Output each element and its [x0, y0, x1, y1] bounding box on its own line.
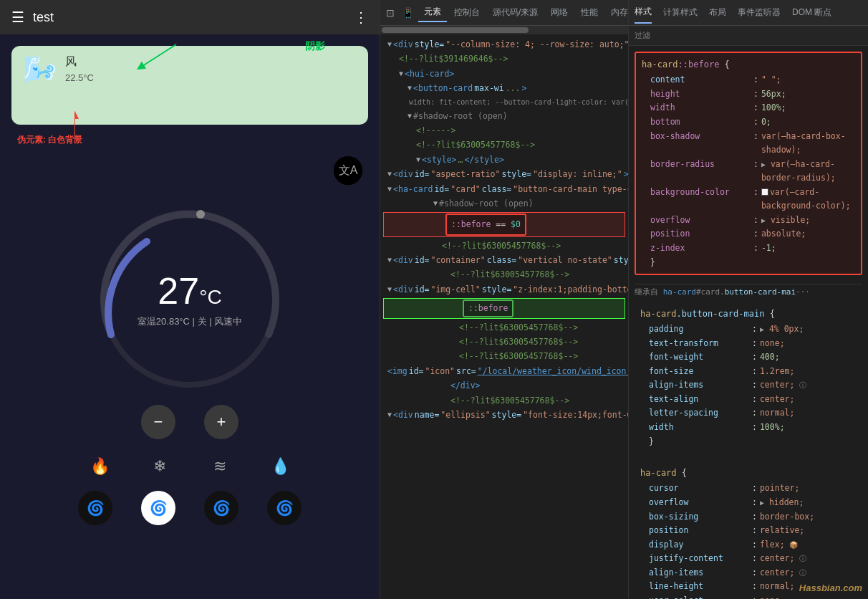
tab-event-listeners[interactable]: 事件监听器: [738, 2, 781, 23]
translate-button[interactable]: 文A: [334, 156, 362, 185]
elements-tree[interactable]: ▼ <div style="--column-size: 4; --row-si…: [380, 34, 628, 599]
tab-network[interactable]: 网络: [545, 4, 574, 21]
thermostat-gauge: 27°C 室温20.83°C | 关 | 风速中: [90, 198, 290, 399]
styles-content[interactable]: ha-card::before { content: " "; height: …: [629, 46, 868, 599]
tab-styles[interactable]: 样式: [635, 1, 652, 24]
plus-button[interactable]: +: [204, 405, 238, 439]
tree-line[interactable]: <!--?lit$63005457768$-->: [380, 335, 628, 349]
tree-line[interactable]: ▼ <div id="img-cell" style="z-index:1;pa…: [380, 282, 628, 297]
expand-arrow[interactable]: ▼: [387, 168, 392, 180]
rule-prop-line: justify-content: center; ⓘ: [640, 552, 857, 566]
tab-memory[interactable]: 内存: [605, 4, 628, 21]
weather-card[interactable]: 阴影 🌬️ 风 22.5°C 伪元素: 白色背景: [11, 46, 368, 125]
filter-input[interactable]: [653, 32, 862, 40]
before-badge-green-line[interactable]: ::before: [383, 298, 625, 318]
tree-line[interactable]: ▼ #shadow-root (open): [380, 196, 628, 211]
expand-arrow[interactable]: ▼: [433, 198, 438, 209]
tree-line[interactable]: ▼ #shadow-root (open): [380, 109, 628, 123]
filter-bar: 过滤: [629, 26, 868, 46]
expand-arrow[interactable]: ▼: [416, 154, 420, 166]
tree-line[interactable]: <!--?lit$63005457768$-->: [380, 267, 628, 282]
expand-arrow[interactable]: ▼: [387, 254, 392, 266]
minus-button[interactable]: −: [141, 405, 175, 439]
expand-arrow[interactable]: ▼: [387, 284, 392, 295]
rule-prop-line: bottom: 0;: [642, 115, 855, 130]
tree-line[interactable]: <!--?lit$63005457768$-->: [380, 138, 628, 152]
tree-line[interactable]: ▼ <button-card max-wi ... >: [380, 81, 628, 95]
tree-line[interactable]: ▼ <div id="aspect-ratio" style="display:…: [380, 167, 628, 181]
rule-prop-line: }: [642, 256, 855, 270]
expand-arrow[interactable]: ▼: [408, 110, 412, 122]
inspect-icon[interactable]: ⊡: [383, 4, 397, 21]
rule-prop-line: text-align: center;: [640, 393, 857, 407]
tree-line[interactable]: <!----->: [380, 123, 628, 138]
tree-line[interactable]: <!--?lit$63005457768$-->: [380, 320, 628, 335]
horizontal-scrollbar[interactable]: [380, 26, 628, 34]
rule-prop-line: line-height: normal;: [640, 580, 857, 594]
tab-computed[interactable]: 计算样式: [663, 2, 698, 23]
gauge-svg: [90, 198, 290, 399]
tab-elements[interactable]: 元素: [418, 3, 447, 22]
tree-line[interactable]: <!--?lit$63005457768$-->: [380, 393, 628, 408]
expand-arrow[interactable]: ▼: [408, 82, 412, 94]
svg-point-3: [196, 210, 205, 219]
tag-div: <div: [393, 38, 413, 51]
rule-prop-line: overflow: ▶ hidden;: [640, 496, 857, 510]
tree-line[interactable]: ▼ <ha-card id="card" class="button-card-…: [380, 182, 628, 196]
weather-icon-area: 🌬️: [23, 54, 57, 86]
drop-mode-icon[interactable]: 💧: [264, 451, 296, 482]
rule-ha-card[interactable]: ha-card { cursor: pointer; overflow: ▶ h…: [635, 461, 862, 599]
tab-console[interactable]: 控制台: [448, 4, 486, 21]
styles-panel: 样式 计算样式 布局 事件监听器 DOM 断点 过滤 ha-card::befo…: [629, 0, 868, 599]
fan-auto-button[interactable]: 🌀: [267, 491, 302, 525]
weather-info: 风 22.5°C: [65, 54, 94, 83]
tree-line[interactable]: <img id="icon" src="/local/weather_icon/…: [380, 364, 628, 378]
rule-ha-card-button-main[interactable]: ha-card.button-card-main { padding: ▶ 4%…: [635, 302, 862, 453]
expand-arrow[interactable]: ▼: [399, 68, 403, 80]
expand-arrow[interactable]: ▼: [387, 409, 392, 421]
tab-layout[interactable]: 布局: [709, 2, 726, 23]
hamburger-icon[interactable]: ☰: [11, 9, 24, 26]
rule-selector[interactable]: ha-card {: [640, 466, 857, 480]
fan-low-button[interactable]: 🌀: [78, 491, 112, 525]
tree-line[interactable]: <!--?lit$391469646$-->: [380, 52, 628, 66]
rule-prop-line: width: 100%;: [640, 421, 857, 435]
weather-temp: 22.5°C: [65, 72, 94, 83]
tab-dom-breakpoints[interactable]: DOM 断点: [792, 2, 831, 23]
fan-high-button[interactable]: 🌀: [204, 491, 238, 525]
scroll-thumb[interactable]: [382, 27, 529, 33]
fan-mid-button[interactable]: 🌀: [141, 491, 175, 525]
expand-arrow[interactable]: ▼: [387, 39, 392, 50]
tree-line[interactable]: ▼ <div style="--column-size: 4; --row-si…: [380, 37, 628, 52]
tree-line[interactable]: ▼ <hui-card>: [380, 67, 628, 81]
tree-line[interactable]: </div>: [380, 378, 628, 393]
flame-mode-icon[interactable]: 🔥: [84, 451, 115, 482]
before-badge-green[interactable]: ::before: [463, 300, 513, 317]
styles-subtabs: 样式 计算样式 布局 事件监听器 DOM 断点: [629, 0, 868, 26]
rule-selector[interactable]: ha-card.button-card-main {: [640, 307, 857, 321]
rule-prop-line: background-color: var(—card-background-c…: [642, 186, 855, 214]
tab-sources[interactable]: 源代码/来源: [487, 4, 544, 21]
before-pseudo-selected[interactable]: ::before == $0: [383, 212, 625, 236]
tree-line[interactable]: ▼ <div name="ellipsis" style="font-size:…: [380, 408, 628, 422]
rule-ha-card-before[interactable]: ha-card::before { content: " "; height: …: [635, 52, 862, 275]
rule-prop-line: width: 100%;: [642, 101, 855, 115]
tree-line[interactable]: <!--?lit$63005457768$-->: [380, 349, 628, 363]
snow-mode-icon[interactable]: ❄: [144, 451, 175, 482]
rule-prop-line: box-shadow: var(—ha-card-box-shadow);: [642, 130, 855, 158]
rule-prop-line: z-index: -1;: [642, 241, 855, 256]
responsive-icon[interactable]: 📱: [399, 4, 417, 21]
more-icon[interactable]: ⋮: [354, 9, 368, 26]
before-badge-red[interactable]: ::before == $0: [445, 214, 526, 235]
rule-prop-line: align-items: center; ⓘ: [640, 378, 857, 393]
wind-mode-icon[interactable]: ≋: [204, 451, 236, 482]
rule-prop-line: position: absolute;: [642, 227, 855, 241]
tree-line[interactable]: <!--?lit$63005457768$-->: [380, 239, 628, 253]
rule-prop-line: content: " ";: [642, 73, 855, 87]
tab-performance[interactable]: 性能: [575, 4, 604, 21]
tree-line[interactable]: ▼ <style> … </style>: [380, 153, 628, 167]
filter-label: 过滤: [635, 30, 650, 41]
tree-line[interactable]: ▼ <div id="container" class="vertical no…: [380, 253, 628, 267]
expand-arrow[interactable]: ▼: [387, 183, 392, 195]
rule-selector[interactable]: ha-card::before {: [642, 57, 855, 72]
